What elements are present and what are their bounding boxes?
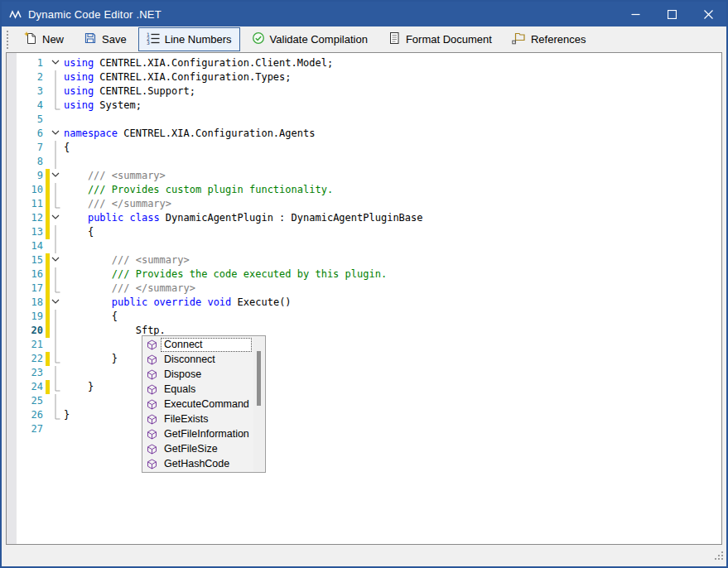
change-bar bbox=[46, 127, 50, 141]
line-number: 21 bbox=[7, 338, 45, 352]
code-line[interactable]: 22 } bbox=[7, 352, 721, 366]
fold-collapse-icon[interactable] bbox=[51, 211, 64, 225]
line-number: 17 bbox=[7, 282, 45, 296]
code-text: { bbox=[64, 310, 118, 324]
line-number: 1 bbox=[7, 56, 45, 70]
autocomplete-item[interactable]: Equals bbox=[142, 382, 265, 397]
code-line[interactable]: 26} bbox=[7, 408, 721, 422]
fold-collapse-icon[interactable] bbox=[51, 253, 64, 267]
svg-text:3: 3 bbox=[147, 40, 150, 45]
fold-collapse-icon[interactable] bbox=[51, 296, 64, 310]
code-line[interactable]: 9 /// <summary> bbox=[7, 169, 721, 183]
line-number: 18 bbox=[7, 296, 45, 310]
code-line[interactable]: 8 bbox=[7, 155, 721, 169]
code-line[interactable]: 24 } bbox=[7, 380, 721, 394]
code-line[interactable]: 1using CENTREL.XIA.Configuration.Client.… bbox=[7, 56, 721, 70]
code-line[interactable]: 27 bbox=[7, 422, 721, 436]
code-text: /// </summary> bbox=[64, 197, 171, 211]
line-number: 10 bbox=[7, 183, 45, 197]
code-line[interactable]: 23 bbox=[7, 366, 721, 380]
method-icon bbox=[147, 384, 157, 395]
autocomplete-item[interactable]: Dispose bbox=[142, 367, 265, 382]
method-icon bbox=[147, 369, 157, 380]
close-button[interactable] bbox=[690, 2, 726, 26]
code-line[interactable]: 15 /// <summary> bbox=[7, 253, 721, 267]
code-text: /// Provides custom plugin functionality… bbox=[64, 183, 333, 197]
toolbar-grip[interactable] bbox=[6, 31, 10, 49]
change-bar bbox=[46, 225, 50, 239]
fold-line bbox=[51, 113, 64, 127]
code-line[interactable]: 7{ bbox=[7, 141, 721, 155]
fold-line bbox=[51, 338, 64, 352]
fold-collapse-icon[interactable] bbox=[51, 169, 64, 183]
code-line[interactable]: 2using CENTREL.XIA.Configuration.Types; bbox=[7, 70, 721, 84]
new-button[interactable]: New bbox=[16, 27, 72, 51]
references-button[interactable]: References bbox=[504, 27, 594, 51]
code-line[interactable]: 11 /// </summary> bbox=[7, 197, 721, 211]
code-line[interactable]: 25 bbox=[7, 394, 721, 408]
fold-line bbox=[51, 225, 64, 239]
save-button[interactable]: Save bbox=[75, 27, 135, 51]
code-line[interactable]: 4using System; bbox=[7, 99, 721, 113]
code-line[interactable]: 20 Sftp. bbox=[7, 324, 721, 338]
code-line[interactable]: 5 bbox=[7, 113, 721, 127]
code-line[interactable]: 3using CENTREL.Support; bbox=[7, 84, 721, 99]
fold-collapse-icon[interactable] bbox=[51, 56, 64, 70]
line-numbers-toggle[interactable]: 1 2 3 Line Numbers bbox=[138, 27, 240, 51]
code-line[interactable]: 19 { bbox=[7, 310, 721, 324]
titlebar[interactable]: Dynamic Code Editor .NET bbox=[2, 2, 726, 26]
fold-line bbox=[51, 352, 64, 366]
autocomplete-item-label: Equals bbox=[162, 383, 251, 396]
line-number: 27 bbox=[7, 422, 45, 436]
autocomplete-item-label: GetHashCode bbox=[162, 458, 251, 470]
fold-collapse-icon[interactable] bbox=[51, 127, 64, 141]
change-bar bbox=[46, 84, 50, 99]
autocomplete-list: ConnectDisconnectDisposeEqualsExecuteCom… bbox=[142, 337, 265, 471]
validate-compilation-button[interactable]: Validate Compilation bbox=[243, 27, 376, 51]
fold-line bbox=[51, 380, 64, 394]
fold-line bbox=[51, 324, 64, 338]
code-line[interactable]: 14 bbox=[7, 239, 721, 253]
change-bar bbox=[46, 422, 50, 436]
code-line[interactable]: 18 public override void Execute() bbox=[7, 296, 721, 310]
format-document-label: Format Document bbox=[406, 33, 492, 46]
window-controls bbox=[617, 2, 726, 26]
change-bar bbox=[46, 394, 50, 408]
change-bar bbox=[46, 338, 50, 352]
code-line[interactable]: 13 { bbox=[7, 225, 721, 239]
code-line[interactable]: 10 /// Provides custom plugin functional… bbox=[7, 183, 721, 197]
code-text: /// <summary> bbox=[64, 253, 190, 267]
fold-line bbox=[51, 70, 64, 84]
code-lines: 1using CENTREL.XIA.Configuration.Client.… bbox=[7, 56, 721, 436]
references-label: References bbox=[531, 33, 586, 46]
code-line[interactable]: 17 /// </summary> bbox=[7, 282, 721, 296]
code-line[interactable]: 6namespace CENTREL.XIA.Configuration.Age… bbox=[7, 127, 721, 141]
autocomplete-item[interactable]: GetFileInformation bbox=[142, 426, 265, 441]
autocomplete-scrollbar[interactable] bbox=[253, 337, 264, 471]
maximize-button[interactable] bbox=[653, 2, 690, 26]
line-number: 19 bbox=[7, 310, 45, 324]
autocomplete-item[interactable]: FileExists bbox=[142, 412, 265, 426]
scrollbar-thumb[interactable] bbox=[257, 351, 261, 406]
code-editor[interactable]: 1using CENTREL.XIA.Configuration.Client.… bbox=[6, 52, 722, 545]
line-number: 23 bbox=[7, 366, 45, 380]
autocomplete-item[interactable]: Connect bbox=[142, 337, 265, 352]
line-number: 9 bbox=[7, 169, 45, 183]
code-line[interactable]: 16 /// Provides the code executed by thi… bbox=[7, 267, 721, 282]
autocomplete-item[interactable]: GetFileSize bbox=[142, 441, 265, 456]
line-number: 6 bbox=[7, 127, 45, 141]
change-bar bbox=[46, 56, 50, 70]
line-number: 22 bbox=[7, 352, 45, 366]
autocomplete-item[interactable]: Disconnect bbox=[142, 352, 265, 367]
line-number: 26 bbox=[7, 408, 45, 422]
app-window: Dynamic Code Editor .NET New bbox=[0, 0, 728, 568]
minimize-button[interactable] bbox=[617, 2, 653, 26]
resize-grip-icon[interactable] bbox=[714, 549, 724, 564]
autocomplete-item[interactable]: ExecuteCommand bbox=[142, 397, 265, 412]
autocomplete-item[interactable]: GetHashCode bbox=[142, 456, 265, 471]
references-icon bbox=[512, 31, 526, 47]
code-line[interactable]: 21 bbox=[7, 338, 721, 352]
code-line[interactable]: 12 public class DynamicAgentPlugin : Dyn… bbox=[7, 211, 721, 225]
code-text: public override void Execute() bbox=[64, 296, 292, 310]
format-document-button[interactable]: Format Document bbox=[379, 27, 500, 51]
